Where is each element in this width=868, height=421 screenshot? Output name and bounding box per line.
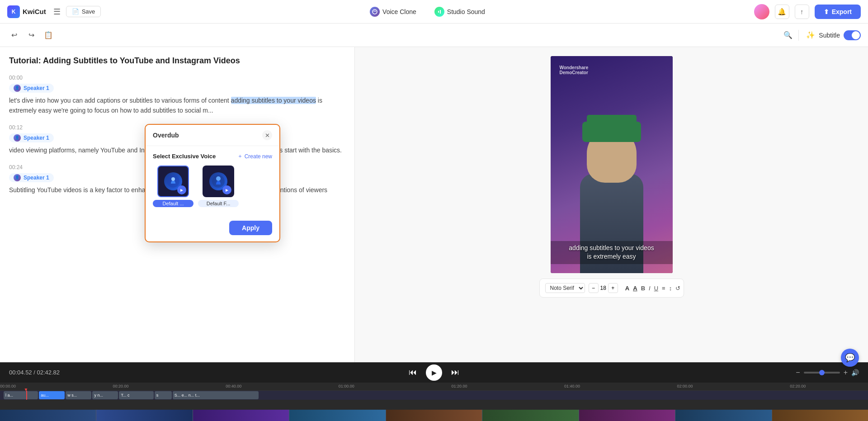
overdub-dialog-overlay: Overdub ✕ Select Exclusive Voice ＋ Creat… bbox=[145, 124, 280, 242]
font-family-select[interactable]: Noto Serif bbox=[545, 283, 585, 293]
user-avatar[interactable] bbox=[754, 4, 769, 19]
italic-button[interactable]: I bbox=[649, 283, 651, 293]
play-pause-button[interactable]: ▶ bbox=[426, 364, 442, 381]
speaker-dot-icon: 👤 bbox=[14, 174, 21, 181]
magic-icon: ✨ bbox=[806, 31, 815, 39]
video-subtitle: adding subtitles to your videos is extre… bbox=[551, 241, 673, 264]
preview-panel: WondershareDemoCreator adding subtitles … bbox=[355, 47, 868, 362]
voice-clone-button[interactable]: Voice Clone bbox=[366, 5, 420, 19]
timeline: 00:04.52 / 02:42.82 ⏮ ▶ ⏭ − + 🔊 00:00.00… bbox=[0, 362, 868, 421]
transcript-text[interactable]: let's dive into how you can add captions… bbox=[9, 95, 345, 116]
speaker-tag: 👤 Speaker 1 bbox=[9, 84, 54, 93]
skip-forward-button[interactable]: ⏭ bbox=[449, 366, 461, 379]
share-icon-button[interactable]: ↑ bbox=[795, 5, 809, 19]
track-clip[interactable]: S... e... n... t... bbox=[173, 391, 259, 399]
voice-avatar-2: ▶ bbox=[203, 166, 234, 197]
bold-button[interactable]: B bbox=[641, 283, 645, 293]
speaker-tag: 👤 Speaker 1 bbox=[9, 173, 54, 182]
font-size-increase-button[interactable]: + bbox=[608, 283, 618, 293]
font-color-button[interactable]: A bbox=[625, 283, 629, 293]
apply-button[interactable]: Apply bbox=[229, 221, 272, 235]
app-logo[interactable]: K KwiCut bbox=[7, 5, 46, 18]
font-toolbar: Noto Serif − 18 + A A B I U ≡ ↕ ↺ bbox=[539, 279, 684, 298]
subtitle-track: l a... au... w s... y n... T... c s S...… bbox=[0, 390, 868, 400]
create-icon: ＋ bbox=[237, 152, 243, 160]
toggle-thumb bbox=[852, 31, 860, 39]
voice-options: ▶ Default ... ▶ Def bbox=[153, 166, 272, 207]
track-clip[interactable]: y n... bbox=[92, 391, 118, 399]
svg-point-0 bbox=[373, 9, 377, 14]
dialog-close-button[interactable]: ✕ bbox=[262, 130, 272, 140]
font-size-decrease-button[interactable]: − bbox=[589, 283, 599, 293]
logo-icon: K bbox=[7, 5, 20, 18]
voice-option-1[interactable]: ▶ Default ... bbox=[153, 166, 193, 207]
zoom-thumb bbox=[819, 370, 825, 375]
save-doc-icon: 📄 bbox=[72, 8, 79, 15]
redo-button[interactable]: ↪ bbox=[24, 28, 38, 42]
voice-name-2: Default F... bbox=[198, 200, 239, 207]
transcript-entry: 00:00 👤 Speaker 1 let's dive into how yo… bbox=[9, 75, 345, 115]
track-clip[interactable]: s bbox=[155, 391, 172, 399]
history-button[interactable]: 📋 bbox=[42, 28, 55, 42]
subtitle-area: Subtitle bbox=[819, 30, 861, 40]
export-button[interactable]: ⬆ Export bbox=[815, 5, 861, 19]
font-highlight-button[interactable]: A bbox=[633, 283, 637, 293]
undo-text-button[interactable]: ↺ bbox=[675, 283, 680, 293]
topbar: K KwiCut ☰ 📄 Save Voice Clone Studio Sou… bbox=[0, 0, 868, 24]
chat-bubble-button[interactable]: 💬 bbox=[841, 349, 859, 367]
dialog-footer: Apply bbox=[146, 221, 279, 241]
main-layout: Tutorial: Adding Subtitles to YouTube an… bbox=[0, 47, 868, 362]
dialog-body: Select Exclusive Voice ＋ Create new bbox=[146, 146, 279, 221]
track-clip[interactable]: w s... bbox=[66, 391, 91, 399]
font-size-value: 18 bbox=[600, 285, 606, 291]
topbar-center: Voice Clone Studio Sound bbox=[106, 5, 748, 19]
track-clip[interactable]: l a... bbox=[4, 391, 38, 399]
track-clip[interactable]: T... c bbox=[119, 391, 153, 399]
topbar-right: 🔔 ↑ ⬆ Export bbox=[754, 4, 861, 19]
zoom-out-button[interactable]: − bbox=[796, 369, 800, 377]
overdub-dialog: Overdub ✕ Select Exclusive Voice ＋ Creat… bbox=[145, 124, 280, 242]
save-button[interactable]: 📄 Save bbox=[66, 6, 101, 17]
undo-button[interactable]: ↩ bbox=[7, 28, 21, 42]
create-new-button[interactable]: ＋ Create new bbox=[237, 152, 272, 160]
timeline-controls: 00:04.52 / 02:42.82 ⏮ ▶ ⏭ − + 🔊 bbox=[0, 363, 868, 383]
demo-creator-text: WondershareDemoCreator bbox=[560, 65, 589, 75]
app-name: KwiCut bbox=[23, 8, 46, 15]
highlight-text: adding subtitles to your videos bbox=[231, 97, 316, 104]
toolbar: ↩ ↪ 📋 🔍 ✨ Subtitle bbox=[0, 24, 868, 47]
zoom-in-button[interactable]: + bbox=[844, 369, 848, 377]
svg-point-4 bbox=[216, 176, 221, 181]
timeline-inner: 00:00.00 00:20.00 00:40.00 01:00.00 01:2… bbox=[0, 383, 868, 421]
voice-option-2[interactable]: ▶ Default F... bbox=[198, 166, 239, 207]
voice-clone-icon bbox=[370, 7, 380, 17]
dialog-section-header: Select Exclusive Voice ＋ Create new bbox=[153, 152, 272, 160]
timeline-ruler: 00:00.00 00:20.00 00:40.00 01:00.00 01:2… bbox=[0, 383, 868, 390]
studio-sound-button[interactable]: Studio Sound bbox=[431, 5, 489, 19]
skip-back-button[interactable]: ⏮ bbox=[407, 366, 419, 379]
zoom-controls: − + 🔊 bbox=[796, 369, 859, 377]
export-icon: ⬆ bbox=[824, 8, 829, 15]
subtitle-label: Subtitle bbox=[819, 32, 840, 39]
track-clip[interactable]: au... bbox=[39, 391, 65, 399]
select-voice-label: Select Exclusive Voice bbox=[153, 153, 216, 160]
search-icon[interactable]: 🔍 bbox=[781, 28, 795, 42]
speaker-dot-icon: 👤 bbox=[14, 134, 21, 142]
zoom-slider[interactable] bbox=[804, 372, 840, 374]
time-label: 00:00 bbox=[9, 75, 345, 81]
volume-button[interactable]: 🔊 bbox=[851, 369, 859, 376]
font-size-control: − 18 + bbox=[589, 283, 618, 293]
speaker-dot-icon: 👤 bbox=[14, 85, 21, 92]
notification-icon-button[interactable]: 🔔 bbox=[775, 5, 789, 19]
underline-button[interactable]: U bbox=[654, 283, 658, 293]
line-height-button[interactable]: ↕ bbox=[669, 283, 672, 293]
editor-panel: Tutorial: Adding Subtitles to YouTube an… bbox=[0, 47, 355, 362]
menu-icon[interactable]: ☰ bbox=[53, 7, 61, 17]
voice-avatar-1: ▶ bbox=[157, 166, 189, 197]
subtitle-toggle[interactable] bbox=[844, 30, 861, 40]
play-icon: ▶ bbox=[222, 185, 231, 194]
playhead bbox=[26, 391, 27, 400]
align-button[interactable]: ≡ bbox=[662, 283, 665, 293]
voice-name-1: Default ... bbox=[153, 200, 193, 207]
play-icon: ▶ bbox=[177, 185, 186, 194]
speaker-tag: 👤 Speaker 1 bbox=[9, 133, 54, 142]
